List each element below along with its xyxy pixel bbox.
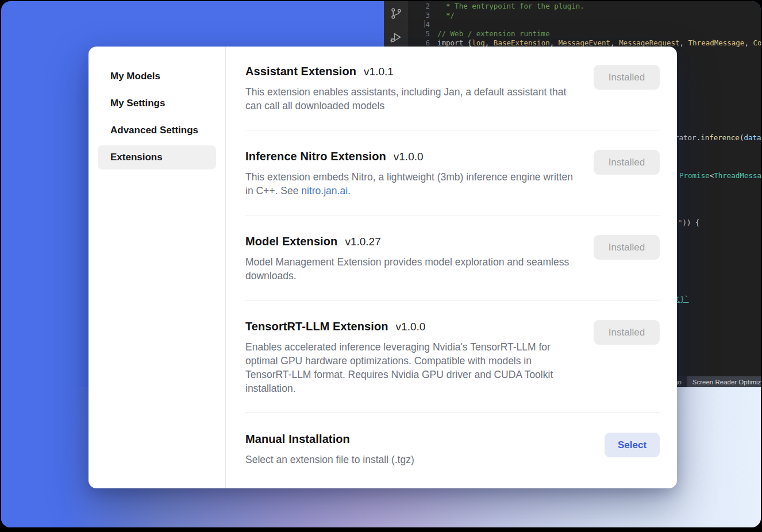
sidebar-item-extensions[interactable]: Extensions [98,145,216,169]
desktop: 2 * The entrypoint for the plugin.3 */45… [0,0,762,532]
extension-description: Enables accelerated inference leveraging… [245,340,580,395]
code-token: )) { [683,218,700,227]
code-text: */ [437,11,455,20]
code-fragment: rator.inference(data)); [675,133,761,142]
code-line: 3 */ [408,11,761,20]
code-token: BaseExtension [494,38,550,47]
code-token: ContentType [753,38,761,47]
code-text: // Web / extension runtime [437,29,550,38]
code-token: , [744,38,753,47]
select-button[interactable]: Select [605,433,660,457]
extension-title-line: Model Extension v1.0.27 [245,235,580,248]
app-window: 2 * The entrypoint for the plugin.3 */45… [1,1,761,527]
code-token: t}` [676,295,689,303]
code-token: data [744,133,761,142]
code-line: 2 * The entrypoint for the plugin. [408,2,761,11]
extension-row: TensortRT-LLM Extension v1.0.0 Enables a… [245,300,660,413]
extension-name: Assistant Extension [245,65,356,78]
extension-version: v1.0.0 [396,321,426,333]
run-debug-icon[interactable] [384,25,408,49]
code-token: MessageEvent [559,38,610,47]
source-control-icon[interactable] [384,1,408,25]
extension-row: Assistant Extension v1.0.1 This extensio… [245,57,660,130]
code-token: * The entrypoint for the plugin. [437,2,584,10]
extension-description: Model Management Extension provides mode… [245,255,580,283]
code-token: , [680,38,688,47]
installed-button[interactable]: Installed [594,65,660,90]
code-token: , [550,38,559,47]
extension-name: TensortRT-LLM Extension [245,320,388,333]
code-line: 4 [408,20,761,29]
sidebar-item-my-settings[interactable]: My Settings [98,91,216,115]
code-token: import [437,38,468,47]
code-token: // Web / extension runtime [437,29,550,38]
extension-name: Model Extension [245,235,337,248]
sidebar-item-my-models[interactable]: My Models [98,64,216,88]
line-number: 4 [408,20,437,29]
extension-name: Inference Nitro Extension [245,150,386,163]
extension-title-line: Assistant Extension v1.0.1 [245,65,580,78]
indent-guide [424,20,425,28]
code-token: MessageRequest [619,38,679,47]
extension-version: v1.0.0 [394,151,424,163]
extension-row: Model Extension v1.0.27 Model Management… [245,215,660,300]
code-token: */ [437,11,455,20]
line-number: 3 [408,11,437,20]
extension-version: v1.0.1 [364,65,394,78]
extension-info: TensortRT-LLM Extension v1.0.0 Enables a… [245,320,580,395]
code-token: Promise [679,171,710,180]
extension-info: Model Extension v1.0.27 Model Management… [245,235,580,283]
extension-row: Manual Installation Select an extension … [245,413,660,467]
code-token: rator. [675,133,701,142]
extension-row: Inference Nitro Extension v1.0.0 This ex… [245,130,660,215]
installed-button[interactable]: Installed [594,150,660,175]
line-number: 2 [408,2,437,11]
extension-title-line: Manual Installation [245,433,414,446]
extension-description: Select an extension file to install (.tg… [245,453,414,467]
installed-button[interactable]: Installed [594,235,660,260]
code-token: " [678,218,683,227]
code-line: 5// Web / extension runtime [408,29,761,38]
settings-sidebar: My ModelsMy SettingsAdvanced SettingsExt… [88,47,226,488]
code-fragment: Promise<ThreadMessage> [679,171,761,180]
code-token: inference [701,133,740,142]
extension-name: Manual Installation [245,433,350,446]
extension-info: Inference Nitro Extension v1.0.0 This ex… [245,150,580,198]
sidebar-item-advanced-settings[interactable]: Advanced Settings [98,118,216,142]
extensions-list: Assistant Extension v1.0.1 This extensio… [226,47,677,488]
installed-button[interactable]: Installed [594,320,660,345]
nitro-jan-ai-link[interactable]: nitro.jan.ai. [301,185,351,196]
code-text: * The entrypoint for the plugin. [437,2,584,11]
line-number: 5 [408,29,437,38]
extension-description: This extension enables assistants, inclu… [245,85,580,113]
code-fragment: t}` [676,295,689,304]
code-lines: 2 * The entrypoint for the plugin.3 */45… [408,2,761,48]
extension-version: v1.0.27 [345,236,380,248]
extension-info: Assistant Extension v1.0.1 This extensio… [245,65,580,113]
extension-info: Manual Installation Select an extension … [245,433,414,467]
screen-reader-optimized-badge[interactable]: Screen Reader Optimized [687,376,761,387]
code-token: log [472,38,485,47]
settings-modal: My ModelsMy SettingsAdvanced SettingsExt… [88,47,677,488]
code-token: ThreadMessage [688,38,745,47]
code-token: , [610,38,619,47]
extension-title-line: TensortRT-LLM Extension v1.0.0 [245,320,580,333]
extension-description: This extension embeds Nitro, a lightweig… [245,170,580,198]
extension-title-line: Inference Nitro Extension v1.0.0 [245,150,580,163]
code-token: ThreadMessage [714,171,761,180]
code-token: , [485,38,494,47]
code-fragment: ")) { [678,218,700,228]
